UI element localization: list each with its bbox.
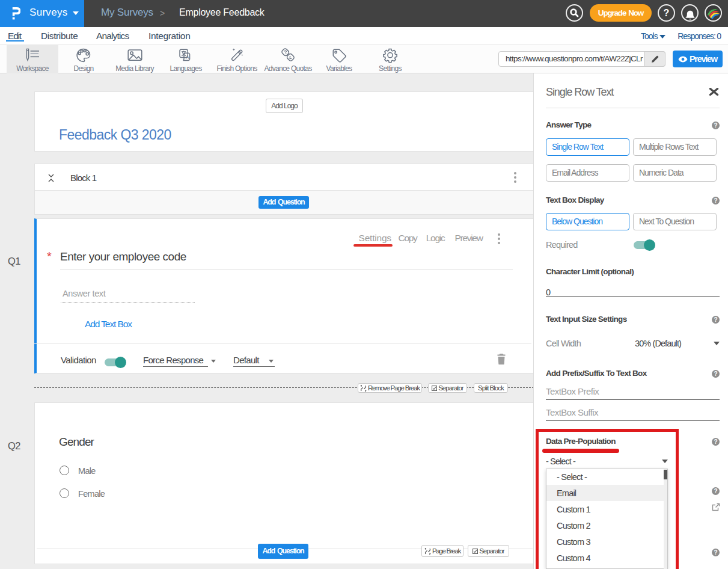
svg-text:A: A	[186, 55, 189, 60]
